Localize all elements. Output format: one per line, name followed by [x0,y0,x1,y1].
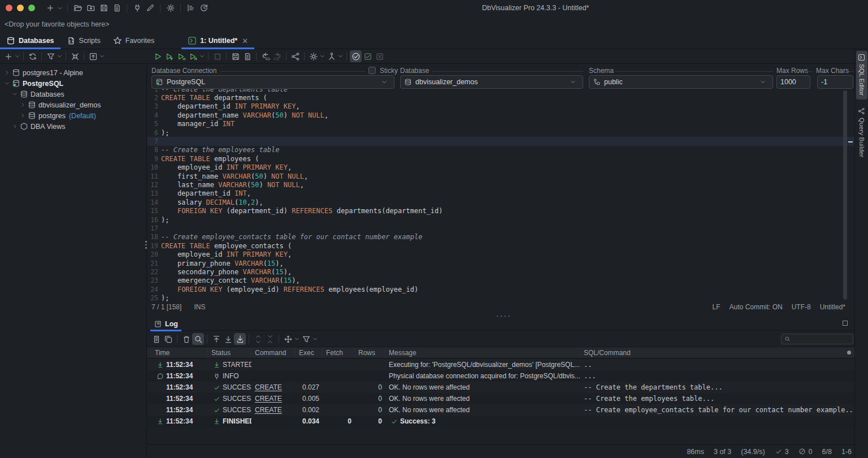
pen-button[interactable] [144,2,156,14]
sticky-checkbox[interactable] [368,67,376,74]
command-link[interactable]: CREATE [255,383,282,391]
code-line-21[interactable]: 21 primary_phone VARCHAR(15), [147,259,854,267]
plus-button[interactable] [2,50,14,62]
code-line-14[interactable]: 14 salary DECIMAL(10,2), [147,198,854,206]
log-row[interactable]: 11:52:34FINISHED0.03400Success: 3 [147,416,854,427]
code-line-9[interactable]: 9CREATE TABLE employees ( [147,154,854,163]
log-search-input[interactable] [791,335,847,343]
code-line-19[interactable]: 19CREATE TABLE employee_contacts ( [147,241,854,250]
arr-top-button[interactable] [210,333,222,345]
box-x-button[interactable] [374,50,385,62]
refresh-button[interactable] [27,50,38,62]
code-line-8[interactable]: 8-- Create the employees table [147,146,854,154]
command-link[interactable]: CREATE [255,395,282,403]
tree-item-postgresql[interactable]: PostgreSQL [0,78,146,89]
code-line-11[interactable]: 11 first_name VARCHAR(50) NOT NULL, [147,172,854,180]
code-line-18[interactable]: 18-- Create employee_contacts table for … [147,233,854,241]
tree-item-databases[interactable]: Databases [0,89,146,100]
code-line-1[interactable]: 1-- Create the departments table [147,89,854,93]
column-header-command[interactable]: Command [251,347,296,358]
funnel-button[interactable] [300,333,312,345]
tree-item-postgres[interactable]: postgres(Default) [0,110,146,121]
code-line-2[interactable]: 2CREATE TABLE departments ( [147,93,854,102]
log-row[interactable]: 11:52:34INFOPhysical database connection… [147,370,854,382]
tree-item-dbvisualizer-demos[interactable]: dbvisualizer_demos [0,100,146,110]
panel-splitter-handle[interactable] [145,241,147,249]
code-line-17[interactable]: 17 [147,224,854,232]
column-header-status[interactable]: Status [208,347,251,358]
tab-sql-editor-1[interactable]: 1: Untitled* ✕ [181,33,254,49]
code-line-5[interactable]: 5 manager_id INT [147,120,854,128]
gear-button[interactable] [164,2,176,14]
collapse-x-button[interactable] [69,50,81,62]
chevron-down-button[interactable] [57,2,63,14]
collapse-ud-button[interactable] [264,333,276,345]
sql-undo-button[interactable]: SQL [259,50,271,62]
chevron-down-icon[interactable] [11,92,19,97]
code-line-25[interactable]: 25); [147,293,854,302]
chevron-down-button[interactable] [99,50,105,62]
code-line-13[interactable]: 13 department_id INT, [147,189,854,198]
column-header-time[interactable]: Time [151,347,208,358]
folder-open-button[interactable] [72,2,84,14]
command-link[interactable]: CREATE [255,406,282,414]
code-line-3[interactable]: 3 department_id INT PRIMARY KEY, [147,102,854,111]
chevron-right-icon[interactable] [11,124,19,129]
chevron-down-button[interactable] [337,50,344,62]
code-line-24[interactable]: 24 FOREIGN KEY (employee_id) REFERENCES … [147,285,854,293]
chevron-right-icon[interactable] [19,102,27,107]
plus-button[interactable] [44,2,56,14]
tab-databases[interactable]: Databases [0,33,60,49]
code-line-16[interactable]: 16); [147,215,854,224]
arr-bottom-button[interactable] [222,333,234,345]
code-line-10[interactable]: 10 employee_id INT PRIMARY KEY, [147,163,854,172]
column-header-message[interactable]: Message [385,347,580,358]
favorites-drop-bar[interactable]: <Drop your favorite objects here> [0,16,868,33]
share-button[interactable] [289,50,301,62]
code-line-6[interactable]: 6); [147,128,854,137]
play-button[interactable] [151,50,163,62]
chevron-right-icon[interactable] [3,70,11,75]
box-up-button[interactable] [87,50,99,62]
code-line-7[interactable]: 7 [147,137,854,145]
column-settings-icon[interactable] [847,351,851,355]
stop-button[interactable] [211,50,223,62]
max-rows-input[interactable] [776,75,810,89]
trash-button[interactable] [180,333,192,345]
arr-tail-button[interactable] [234,333,246,345]
play-n-button[interactable] [187,50,199,62]
doc-button[interactable] [150,333,162,345]
sql-redo-button[interactable]: SQL [271,50,283,62]
play-cursor-button[interactable] [163,50,175,62]
column-header-fetch[interactable]: Fetch [323,347,355,358]
close-tab-icon[interactable]: ✕ [242,37,248,45]
person-button[interactable] [326,50,337,62]
code-line-4[interactable]: 4 department_name VARCHAR(50) NOT NULL, [147,111,854,119]
log-row[interactable]: 11:52:34SUCCESSCREATE0.0270OK. No rows w… [147,382,854,393]
copy-button[interactable] [162,333,174,345]
max-chars-input[interactable] [817,75,853,89]
column-header-exec[interactable]: Exec [296,347,323,358]
fit-button[interactable] [282,333,294,345]
history-button[interactable] [198,2,210,14]
log-search-field[interactable] [781,334,853,344]
checkbox-button[interactable] [362,50,374,62]
tab-favorites[interactable]: Favorites [107,33,160,49]
code-line-22[interactable]: 22 secondary_phone VARCHAR(15), [147,267,854,276]
zoom-window-button[interactable] [28,5,35,11]
editor-scrollbar[interactable] [843,90,847,300]
chevron-right-icon[interactable] [19,113,27,118]
column-header-sql-command[interactable]: SQL/Command [580,347,854,358]
save-button[interactable] [229,50,241,62]
code-line-15[interactable]: 15 FOREIGN KEY (department_id) REFERENCE… [147,206,854,215]
chevron-down-button[interactable] [57,50,63,62]
schema-select[interactable]: public [589,75,773,89]
code-line-20[interactable]: 20 employee_id INT PRIMARY KEY, [147,250,854,258]
gear-button[interactable] [307,50,319,62]
tree-item-dba-views[interactable]: DBA Views [0,121,146,132]
folder-import-button[interactable] [85,2,97,14]
magnifier-button[interactable] [192,333,204,345]
side-tab-sql-editor[interactable]: SQL Editor [856,51,867,100]
tab-scripts[interactable]: Scripts [60,33,107,49]
connection-select[interactable]: PostgreSQL [151,75,394,89]
